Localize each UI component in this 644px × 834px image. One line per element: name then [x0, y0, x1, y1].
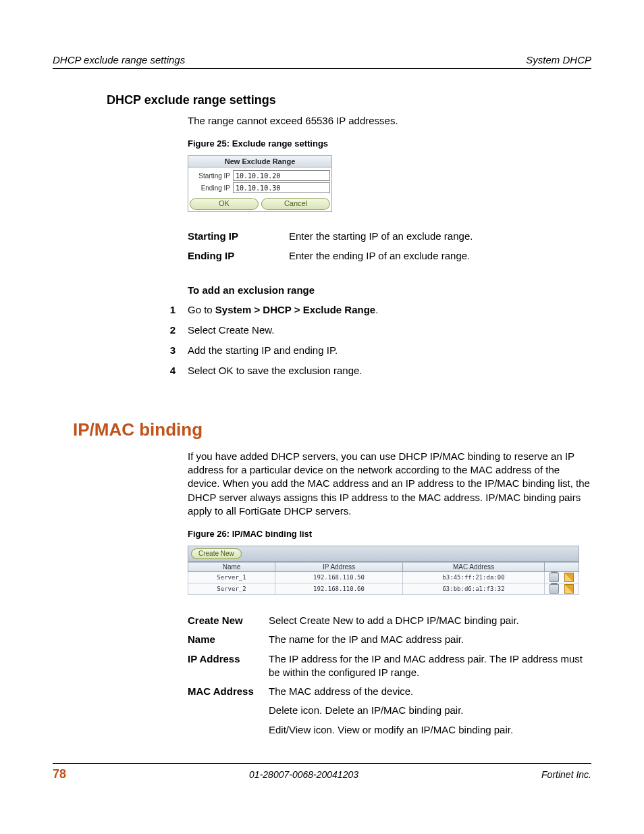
delete-icon[interactable] — [549, 584, 559, 594]
fig26-table: Name IP Address MAC Address Server_1 192… — [188, 562, 579, 595]
col-mac: MAC Address — [403, 563, 545, 572]
fig26-header-row: Name IP Address MAC Address — [188, 563, 579, 572]
figure26-caption: Figure 26: IP/MAC binding list — [188, 529, 591, 539]
fig25-body: Starting IP Ending IP — [188, 167, 332, 197]
fig25-row-start: Starting IP — [190, 170, 330, 181]
header-left: DHCP exclude range settings — [53, 54, 185, 66]
step-num: 2 — [53, 323, 188, 337]
table-row: Starting IP Enter the starting IP of an … — [188, 227, 473, 246]
footer: 78 01-28007-0068-20041203 Fortinet Inc. — [53, 763, 591, 781]
table-row: Server_1 192.168.110.50 b3:45:ff:21:da:0… — [188, 572, 579, 583]
cell-actions — [545, 583, 579, 595]
field-val: Edit/View icon. View or modify an IP/MAC… — [269, 721, 591, 739]
cell-name: Server_1 — [188, 572, 275, 583]
field-key: IP Address — [188, 650, 269, 683]
running-header: DHCP exclude range settings System DHCP — [53, 54, 591, 69]
field-key: Starting IP — [188, 227, 289, 246]
fig26-toolbar: Create New — [188, 546, 579, 562]
step-text: Select OK to save the exclusion range. — [188, 363, 362, 377]
figure26: Create New Name IP Address MAC Address S… — [188, 546, 579, 595]
section1-intro: The range cannot exceed 65536 IP address… — [188, 114, 591, 128]
cell-mac: 63:bb:d6:a1:f3:32 — [403, 583, 545, 595]
section2-field-table: Create New Select Create New to add a DH… — [188, 611, 591, 739]
step-text: Go to System > DHCP > Exclude Range. — [188, 303, 378, 317]
col-ip: IP Address — [275, 563, 403, 572]
cell-actions — [545, 572, 579, 583]
field-val: Enter the starting IP of an exclude rang… — [289, 227, 473, 246]
field-key: Name — [188, 630, 269, 649]
table-row: Edit/View icon. View or modify an IP/MAC… — [188, 721, 591, 739]
step-3: 3 Add the starting IP and ending IP. — [53, 343, 591, 357]
table-row: Name The name for the IP and MAC address… — [188, 630, 591, 649]
fig25-row-end: Ending IP — [190, 182, 330, 193]
fig25-start-label: Starting IP — [190, 172, 233, 180]
procedure-steps: 1 Go to System > DHCP > Exclude Range. 2… — [53, 303, 591, 377]
table-row: Server_2 192.168.110.60 63:bb:d6:a1:f3:3… — [188, 583, 579, 595]
field-val: The name for the IP and MAC address pair… — [269, 630, 591, 649]
cell-ip: 192.168.110.60 — [275, 583, 403, 595]
step-4: 4 Select OK to save the exclusion range. — [53, 363, 591, 377]
col-name: Name — [188, 563, 275, 572]
step-text: Select Create New. — [188, 323, 274, 337]
field-val: Select Create New to add a DHCP IP/MAC b… — [269, 611, 591, 630]
field-key — [188, 701, 269, 720]
step-1: 1 Go to System > DHCP > Exclude Range. — [53, 303, 591, 317]
figure25: New Exclude Range Starting IP Ending IP … — [188, 155, 332, 212]
edit-icon[interactable] — [564, 584, 574, 594]
fig25-buttons: OK Cancel — [188, 197, 332, 212]
edit-icon[interactable] — [564, 573, 574, 582]
col-actions — [545, 563, 579, 572]
step-num: 3 — [53, 343, 188, 357]
doc-id: 01-28007-0068-20041203 — [249, 769, 358, 780]
table-row: Delete icon. Delete an IP/MAC binding pa… — [188, 701, 591, 720]
page-number: 78 — [53, 767, 66, 781]
step-text: Add the starting IP and ending IP. — [188, 343, 338, 357]
company: Fortinet Inc. — [541, 769, 591, 780]
step-num: 1 — [53, 303, 188, 317]
field-val: The IP address for the IP and MAC addres… — [269, 650, 591, 683]
field-val: Delete icon. Delete an IP/MAC binding pa… — [269, 701, 591, 720]
create-new-button[interactable]: Create New — [191, 548, 242, 559]
fig25-title: New Exclude Range — [188, 155, 332, 167]
field-key: Create New — [188, 611, 269, 630]
cell-ip: 192.168.110.50 — [275, 572, 403, 583]
procedure-title: To add an exclusion range — [188, 284, 591, 296]
table-row: IP Address The IP address for the IP and… — [188, 650, 591, 683]
ok-button[interactable]: OK — [190, 198, 259, 210]
fig25-end-label: Ending IP — [190, 184, 233, 192]
table-row: MAC Address The MAC address of the devic… — [188, 682, 591, 701]
table-row: Ending IP Enter the ending IP of an excl… — [188, 246, 473, 265]
step-2: 2 Select Create New. — [53, 323, 591, 337]
field-key: MAC Address — [188, 682, 269, 701]
field-val: Enter the ending IP of an exclude range. — [289, 246, 473, 265]
section1-field-table: Starting IP Enter the starting IP of an … — [188, 227, 473, 265]
field-key — [188, 721, 269, 739]
section2-intro: If you have added DHCP servers, you can … — [188, 450, 591, 518]
cancel-button[interactable]: Cancel — [261, 198, 330, 210]
starting-ip-input[interactable] — [233, 170, 330, 181]
ending-ip-input[interactable] — [233, 182, 330, 193]
section2-title: IP/MAC binding — [73, 419, 591, 440]
field-key: Ending IP — [188, 246, 289, 265]
section1-title: DHCP exclude range settings — [107, 93, 591, 107]
step-num: 4 — [53, 363, 188, 377]
figure25-caption: Figure 25: Exclude range settings — [188, 138, 591, 149]
header-right: System DHCP — [526, 54, 591, 66]
field-val: The MAC address of the device. — [269, 682, 591, 701]
cell-mac: b3:45:ff:21:da:00 — [403, 572, 545, 583]
cell-name: Server_2 — [188, 583, 275, 595]
page: DHCP exclude range settings System DHCP … — [0, 0, 644, 834]
table-row: Create New Select Create New to add a DH… — [188, 611, 591, 630]
delete-icon[interactable] — [549, 573, 559, 582]
